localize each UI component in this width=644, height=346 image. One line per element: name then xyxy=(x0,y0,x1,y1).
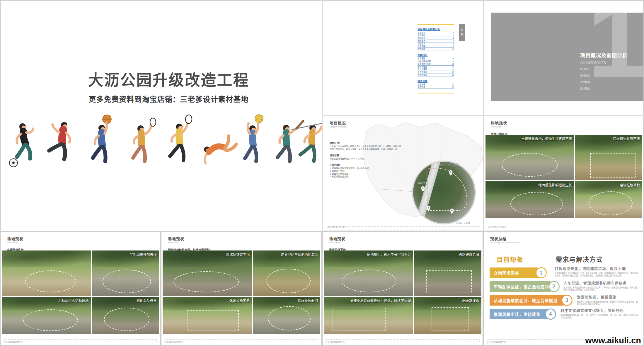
site-photo xyxy=(2,250,91,296)
photo-caption: 底层植物长势不佳 xyxy=(613,136,640,141)
photo-caption: 土壤硬化板结，植物生长环境不佳 xyxy=(522,136,572,141)
photo-grid: 非机动车停放失序 机动车侵占活动场地 机动车乱停放 xyxy=(2,250,159,334)
slide-summary: 现状总结 Summary of current situation 目前短板 需… xyxy=(484,232,643,345)
photo-grid: 树池狭小，树木生长空间不足 园路破败老旧 党建小品设施缺乏统一规划，风格不协调 … xyxy=(324,250,481,334)
photo-caption: 休闲设施不足 xyxy=(229,298,250,303)
slide-collage: 大沥公园升级改造工程 更多免费资料到淘宝店铺：三老爹设计素材基地 xyxy=(0,0,644,346)
site-photo: 建筑垃圾堆积 xyxy=(575,181,642,218)
photo-caption: 党建小品设施缺乏统一规划，风格不协调 xyxy=(350,298,411,303)
toc-item-label: 场地现状 xyxy=(418,37,425,39)
footer-project-name: 大沥公园升级改造工程 xyxy=(487,340,506,343)
toc-item: 设计效果图17 xyxy=(418,71,454,74)
problem-label: 车辆乱停乱放，侵占活动空间 xyxy=(494,284,549,289)
chapter-title: 项目概况及前期分析 xyxy=(580,51,643,59)
site-photo: 地面硬化影响植物生长 xyxy=(485,181,574,218)
footer-project-name: 大沥公园升级改造工程 xyxy=(4,340,23,343)
toc-section-title: 投资估算 xyxy=(418,79,454,83)
footer-page-number: 7 xyxy=(317,340,318,343)
toc-item-label: 设计效果图 xyxy=(418,71,427,73)
toc-item-label: 设计鸟瞰图 xyxy=(418,66,427,68)
chapter-item: 改造策略 xyxy=(580,80,643,83)
problem-bar-1: 立地环境恶劣 1 xyxy=(490,267,542,278)
slide-footer: 大沥公园升级改造工程 6 xyxy=(4,340,157,343)
problem-label: 景观风貌不佳，亟待改善 xyxy=(494,311,541,317)
site-subtitle-en: Site status xyxy=(329,241,340,244)
footer-project-name: 大沥公园升级改造工程 xyxy=(487,226,506,229)
toc-item-label: 工程量表 xyxy=(418,83,425,86)
summary-right-header: 需求与解决方式 xyxy=(556,255,603,263)
problem-bar-3: 活动设施破败老旧、缺乏合理规划 3 xyxy=(490,295,568,306)
toc-item-label: 设计效果图 xyxy=(418,74,427,76)
toc-item-page: 16 xyxy=(452,68,454,71)
photo-caption: 机动车侵占活动场地 xyxy=(58,298,89,303)
toc-item-page: 7 xyxy=(453,40,454,42)
toc-item: 交通流线分析图14 xyxy=(418,63,454,66)
toc-item: 总预算表21 xyxy=(418,86,454,89)
slide-chapter-divider: 1 项目概况及前期分析 大沥公园升级改造工程 项目概况 场地现状 改造策略 设计… xyxy=(484,1,643,115)
toc-item-label: 设计效果图 xyxy=(418,68,427,71)
slide-footer: 大沥公园升级改造工程 5 xyxy=(487,225,640,229)
region-label: 广东省、广州市、白云区 xyxy=(438,163,459,166)
toc-item: 功能分区分析图13 xyxy=(418,60,454,63)
step-number-badge: 4 xyxy=(545,308,556,320)
chapter-item: 设计理念 xyxy=(580,86,643,90)
site-photo: 底层植物长势不佳 xyxy=(575,135,642,180)
photo-caption: 园路破败老旧 xyxy=(459,252,479,257)
site-photo: 树池狭小，树木生长空间不足 xyxy=(324,250,413,296)
problem-label: 立地环境恶劣 xyxy=(494,270,519,276)
site-subtitle-en: Site status xyxy=(168,241,179,244)
toc-item-page: 9 xyxy=(453,45,454,47)
solution-detail: 根据不同人群的活动偏好进行功能分区，避免不同类活动产生互相干扰，更新活动设施，改… xyxy=(577,301,639,305)
cover-title: 大沥公园升级改造工程 xyxy=(15,68,322,90)
site-location-label: 太和镇，大沥村 xyxy=(456,221,470,224)
watermark-url: www.aikuli.cn xyxy=(584,336,642,345)
toc-item-label: 改造策略 xyxy=(418,45,425,47)
tree-canopy-shade xyxy=(2,250,91,267)
work-item: 2. 体现本土文化； xyxy=(330,170,403,173)
toc-item-page: 21 xyxy=(452,86,454,88)
toc-item-page: 18 xyxy=(452,74,454,76)
toc-item-label: 场地现状 xyxy=(418,34,425,37)
site-photo: 机动车乱停放 xyxy=(92,297,159,334)
toc-item-page: 6 xyxy=(453,37,454,39)
solution-title: 划定功能区，更新设施 xyxy=(577,294,639,300)
site-photo: 党建小品设施缺乏统一规划，风格不协调 xyxy=(324,297,413,334)
summary-left-header: 目前短板 xyxy=(497,255,524,263)
toc-item: 工程量表20 xyxy=(418,83,454,86)
solution-title: 村庄文化和党建文化植入，突出特色 xyxy=(560,308,639,313)
solution-title: 打拆地面硬化，清除建筑垃圾、改良土壤 xyxy=(555,266,639,271)
toc-section-title: 方案设计 xyxy=(418,53,454,57)
photo-caption: 配电箱裸露 xyxy=(462,298,479,303)
site-photo: 篮球场铺装老化 xyxy=(163,250,252,296)
solution-block-2: 人车分流，合理规划非机动车停放点 出入口禁止车辆避免机动车侵占村民活动空间，人车… xyxy=(563,280,639,291)
site-title: 场地现状 xyxy=(168,236,184,241)
scope-text: 大沥公园用地面积总共 4370.2 平方米。 xyxy=(330,157,403,160)
photo-caption: 机动车乱停放 xyxy=(137,298,157,303)
site-subtitle-en: Site status xyxy=(7,241,18,244)
cover-subtitle: 更多免费资料到淘宝店铺：三老爹设计素材基地 xyxy=(15,93,322,104)
sports-athletes-illustration xyxy=(1,113,322,181)
problem-bar-4: 景观风貌不佳，亟待改善 4 xyxy=(490,309,551,319)
site-title: 场地现状 xyxy=(7,236,23,241)
toc-item: 总平面图12 xyxy=(418,57,454,60)
slide-site-status-2: 场地现状 Site status 车辆乱停乱放 非机动车停放失序 机动车侵占活动… xyxy=(1,232,160,345)
photo-grid: 土壤硬化板结，植物生长环境不佳 底层植物长势不佳 地面硬化影响植物生长 建筑垃圾… xyxy=(485,135,642,218)
map-pin-icon xyxy=(427,206,430,212)
work-item: 1. 修缮原有设施及场地环境，增加活动空间； xyxy=(330,167,403,170)
map-pin-icon xyxy=(450,209,454,214)
toc-item-label: 设计理念 xyxy=(418,48,425,50)
cover-text-block: 大沥公园升级改造工程 更多免费资料到淘宝店铺：三老爹设计素材基地 xyxy=(1,68,322,104)
overview-text-block: 项目区位： 广东省广州市白云区太和镇大沥村，位于太和镇政府以西 2.7 公里处，… xyxy=(330,138,403,178)
footer-project-name: 大沥公园升级改造工程 xyxy=(164,340,183,343)
solution-detail: 对影响植物生长的负面要素进行改造，打拆硬化混凝土面层，释放种植空间；清除建筑垃圾… xyxy=(555,272,639,277)
scope-label: 设计范围： xyxy=(330,154,403,157)
toc-item-page: 10 xyxy=(452,48,454,50)
footer-page-number: 5 xyxy=(639,226,640,229)
toc-item: 场地现状6 xyxy=(418,37,454,40)
toc-item: 设计效果图18 xyxy=(418,74,454,76)
location-text: 广东省广州市白云区太和镇大沥村，位于太和镇政府以西 2.7 公里处，地块为不规则… xyxy=(330,145,403,151)
step-number-badge: 3 xyxy=(561,295,573,306)
solution-block-4: 村庄文化和党建文化植入，突出特色 将原有裸露配电箱拆除，展开三线下地工程，优化景… xyxy=(560,308,639,319)
slide-project-overview: 项目概况 Project overview 项目区位： 广东省广州市白云区太和镇… xyxy=(323,116,483,231)
work-item: 3. 营造乡土植物景观； xyxy=(330,173,403,175)
